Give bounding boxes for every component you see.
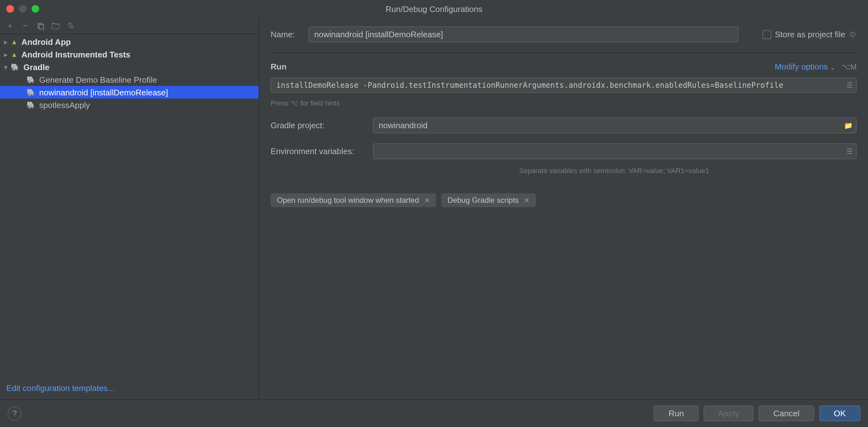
store-as-project-checkbox[interactable] [762,30,771,39]
tree-item-baseline-profile[interactable]: 🐘 Generate Demo Baseline Profile [0,73,258,86]
tree-item-gradle[interactable]: ▾ 🐘 Gradle [0,61,258,73]
sidebar-toolbar: ＋ − ⇅ [0,18,258,34]
apply-button: Apply [704,405,754,421]
run-button[interactable]: Run [654,405,699,421]
titlebar: Run/Debug Configurations [0,0,868,18]
tasks-hint: Press ⌥ for field hints [271,99,857,107]
tree-item-android-app[interactable]: ▸ ▲ Android App [0,35,258,48]
tree-item-spotless-apply[interactable]: 🐘 spotlessApply [0,99,258,111]
list-icon[interactable]: ☰ [846,147,853,155]
chip-debug-gradle[interactable]: Debug Gradle scripts ✕ [441,193,536,207]
modify-kbd-hint: ⌥M [841,62,857,71]
tree-item-android-tests[interactable]: ▸ ▲ Android Instrumented Tests [0,48,258,61]
ok-button[interactable]: OK [819,405,860,421]
env-hint: Separate variables with semicolon: VAR=v… [372,167,857,174]
gradle-icon: 🐘 [11,63,20,71]
chevron-down-icon: ⌄ [830,64,835,71]
gradle-icon: 🐘 [27,75,35,84]
sort-button[interactable]: ⇅ [64,19,77,32]
tasks-input[interactable] [271,78,857,93]
gear-icon[interactable]: ⚙ [849,30,857,39]
env-label: Environment variables: [271,146,365,156]
save-to-folder-button[interactable] [49,19,62,32]
cancel-button[interactable]: Cancel [758,405,814,421]
chevron-right-icon: ▸ [3,51,9,58]
copy-button[interactable] [34,19,47,32]
chevron-right-icon: ▸ [3,38,9,45]
tree-item-install-demo-release[interactable]: 🐘 nowinandroid [installDemoRelease] [0,86,258,99]
name-label: Name: [271,30,296,39]
android-icon: ▲ [11,38,18,45]
window-minimize-icon [19,5,27,13]
help-button[interactable]: ? [8,406,22,420]
gradle-icon: 🐘 [27,88,35,96]
gradle-project-label: Gradle project: [271,121,365,130]
svg-rect-1 [39,24,43,29]
android-icon: ▲ [11,51,18,58]
store-as-project-label: Store as project file [775,30,845,39]
close-icon[interactable]: ✕ [524,196,529,204]
gradle-icon: 🐘 [27,101,35,109]
remove-button[interactable]: − [19,19,32,32]
edit-templates-link[interactable]: Edit configuration templates… [0,377,258,399]
expand-icon[interactable]: ☰ [846,81,853,89]
modify-options-link[interactable]: Modify options ⌄ [775,62,835,71]
window-zoom-icon[interactable] [32,5,39,13]
env-input[interactable] [373,143,857,159]
run-section-title: Run [271,62,287,71]
window-title: Run/Debug Configurations [385,4,483,13]
config-tree: ▸ ▲ Android App ▸ ▲ Android Instrumented… [0,34,258,377]
folder-icon[interactable]: 📁 [844,121,853,130]
chip-open-tool-window[interactable]: Open run/debug tool window when started … [271,193,436,207]
close-icon[interactable]: ✕ [424,196,430,204]
gradle-project-input[interactable] [373,118,857,133]
add-button[interactable]: ＋ [4,19,17,32]
chevron-down-icon: ▾ [3,64,9,70]
name-input[interactable] [309,27,738,42]
window-close-icon[interactable] [6,5,14,13]
